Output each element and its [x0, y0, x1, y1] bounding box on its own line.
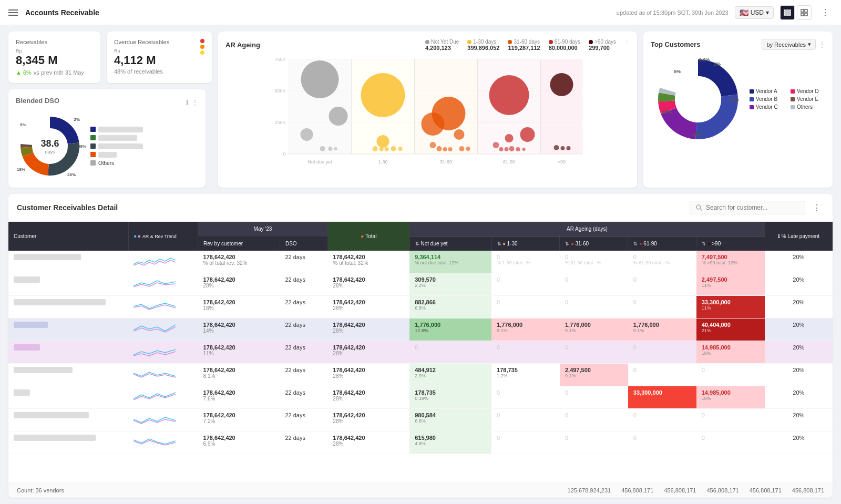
svg-point-54 [493, 142, 499, 148]
svg-rect-5 [801, 13, 804, 16]
search-input[interactable] [706, 204, 799, 211]
svg-point-37 [373, 146, 378, 151]
svg-text:31-60: 31-60 [440, 159, 452, 164]
customer-table-container: Customer ■ ■ AR & Rev Trend May '23 [8, 222, 833, 482]
svg-point-50 [466, 147, 470, 151]
currency-selector[interactable]: 🇺🇸 USD ▾ [735, 6, 774, 19]
dso-legend: ████████████ ███████ ███ ████████████ ██… [90, 127, 198, 166]
svg-text:61-90: 61-90 [503, 159, 515, 164]
svg-text:48%: 48% [730, 97, 739, 102]
dso-more-icon[interactable]: ⋮ [192, 99, 198, 106]
indicator-red [200, 39, 204, 43]
svg-point-61 [554, 145, 559, 150]
svg-point-35 [361, 73, 405, 117]
blended-dso-card: Blended DSO ℹ ⋮ [8, 89, 206, 188]
timestamp: updated as of 15:30pm SGT, 30th Jun 2023 [617, 9, 729, 16]
customer-table: Customer ■ ■ AR & Rev Trend May '23 [8, 222, 833, 454]
receivables-currency: Rp [16, 48, 93, 54]
dgt90-cell: 7,497,500 % >90 total: 12% [696, 251, 765, 273]
dso-title: Blended DSO [16, 97, 59, 105]
not-due-cell: 9,364,114 % not due total: 12% [409, 251, 491, 273]
indicator-orange [200, 45, 204, 49]
svg-point-36 [377, 135, 389, 148]
svg-text:28%: 28% [693, 132, 702, 137]
svg-point-48 [448, 147, 453, 151]
svg-point-47 [443, 147, 447, 151]
menu-icon[interactable] [8, 7, 19, 18]
rev-cell: 178,642,420 % of total rev: 32% [198, 251, 280, 273]
footer-totals: 125,678,924,231 456,808,171 456,808,171 … [568, 487, 824, 493]
ar-ageing-title: AR Ageing [225, 41, 260, 49]
list-view-button[interactable] [780, 5, 795, 20]
svg-point-32 [320, 146, 325, 151]
more-options-button[interactable]: ⋮ [818, 5, 833, 20]
svg-line-83 [700, 209, 702, 211]
search-icon [695, 204, 703, 211]
svg-point-75 [675, 76, 721, 122]
table-footer: Count: 36 vendors 125,678,924,231 456,80… [8, 482, 833, 498]
top-customers-more[interactable]: ⋮ [819, 41, 825, 48]
th-31-60: ⇅ ● 31-60 [560, 236, 628, 251]
svg-point-60 [550, 73, 573, 96]
dso-info-icon[interactable]: ℹ [186, 99, 189, 106]
d61-90-cell: 0% 61-90 total: -% [628, 251, 696, 273]
svg-text:750K: 750K [274, 57, 285, 62]
overdue-sub: 48% of receivables [114, 68, 169, 75]
svg-point-33 [329, 147, 333, 151]
d1-30-cell: 0% 1-30 total: -% [491, 251, 560, 273]
th-may23: May '23 [198, 222, 328, 236]
svg-point-38 [380, 147, 384, 151]
svg-point-30 [329, 107, 348, 126]
dso-center-value: 38.6 days [40, 138, 59, 155]
top-customers-donut: 48% 28% 18% 5% 3.6% 2% [651, 53, 745, 145]
grid-view-button[interactable] [797, 5, 812, 20]
svg-point-43 [422, 112, 445, 136]
table-row: ████ ██████████████████ 178,642,42018% 2… [8, 296, 833, 318]
th-dso: DSO [280, 236, 327, 251]
late-pct-cell: 20% [765, 251, 833, 273]
table-row: ████ ██ 178,642,42028% 22 days 178,642,4… [8, 273, 833, 296]
svg-point-45 [430, 142, 436, 148]
sparkline-cell [128, 251, 198, 273]
table-row: ██ ████████████████ 178,642,4207.2% 22 d… [8, 409, 833, 431]
svg-point-53 [505, 134, 514, 142]
receivables-label: Receivables [16, 39, 93, 45]
svg-point-55 [499, 147, 504, 151]
receivables-card: Receivables Rp 8,345 M ▲ 6% vs prev mth … [8, 32, 100, 83]
svg-point-49 [459, 146, 465, 151]
dso-cell: 22 days [280, 251, 327, 273]
ar-ageing-more[interactable]: ⋮ [624, 39, 630, 51]
top-customers-card: Top Customers by Receivables ▾ ⋮ [643, 32, 833, 188]
table-row: ████ ████████████ 178,642,420 % of total… [8, 251, 833, 273]
detail-title: Customer Receivables Detail [17, 203, 118, 212]
table-row: ████ ██████████ 178,642,4208.1% 22 days … [8, 364, 833, 386]
svg-text:500K: 500K [274, 88, 285, 94]
svg-rect-6 [805, 13, 807, 16]
svg-point-63 [567, 146, 571, 150]
table-row: ████ 178,642,4207.6% 22 days 178,642,420… [8, 386, 833, 409]
total-cell: 178,642,420 % of total: 32% [327, 251, 409, 273]
th-not-due: ⇅ Not due yet [409, 236, 491, 251]
svg-rect-3 [801, 9, 804, 12]
customer-name-cell: ████ ████████████ [8, 251, 128, 273]
svg-point-56 [505, 147, 509, 151]
customer-search-box[interactable] [690, 201, 805, 214]
detail-more-button[interactable]: ⋮ [809, 200, 824, 215]
overdue-receivables-card: Overdue Receivables Rp 4,112 M 48% of re… [107, 32, 212, 83]
svg-rect-2 [784, 14, 791, 15]
svg-point-29 [301, 60, 339, 98]
ar-ageing-legend: Not Yet Due 4,200,123 1-30 days 399,896,… [425, 39, 630, 51]
by-receivables-select[interactable]: by Receivables ▾ [762, 39, 816, 50]
svg-point-51 [489, 75, 529, 115]
svg-point-41 [398, 147, 403, 151]
svg-point-58 [516, 147, 520, 151]
svg-point-40 [391, 146, 396, 151]
svg-text:5%: 5% [674, 69, 681, 74]
svg-point-57 [509, 146, 515, 151]
overdue-value: 4,112 M [114, 54, 169, 67]
svg-rect-1 [784, 12, 791, 13]
svg-point-31 [301, 128, 313, 141]
th-61-90: ⇅ ● 61-90 [628, 236, 696, 251]
svg-point-82 [696, 205, 701, 209]
ar-ageing-bubble-chart: 750K 500K 250K 0 [225, 53, 630, 169]
